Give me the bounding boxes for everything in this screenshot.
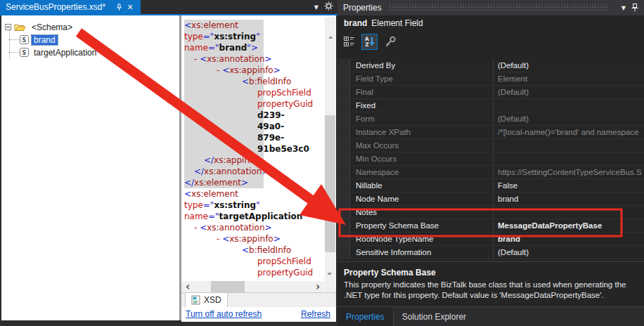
property-row[interactable]: Namespacehttps://SettingContentTypeServi… [337, 166, 644, 179]
description-text: .NET type for this property. Default val… [344, 290, 637, 301]
schema-tree-panel: <Schema> S brand S targe [1, 15, 179, 320]
property-value[interactable]: (Default) [494, 246, 644, 259]
code-line: - <xs:appinfo> [184, 233, 313, 244]
property-name: Field Type [350, 72, 494, 85]
code-line: 49a0- [184, 121, 313, 132]
horizontal-scrollbar[interactable]: ‹ › [181, 281, 324, 292]
tree-node-label[interactable]: targetApplication [32, 48, 98, 58]
categorized-view-button[interactable] [341, 34, 357, 50]
property-value[interactable]: (Default) [494, 59, 644, 72]
properties-grid: Derived By(Default)Field TypeElementFina… [337, 59, 644, 259]
property-row[interactable]: Final(Default) [337, 86, 644, 99]
document-tab[interactable]: ServiceBusProperties.xsd* × [0, 0, 141, 14]
code-line: - <xs:annotation> [184, 222, 313, 233]
xsd-file-icon [191, 295, 200, 305]
property-name: Nillable [350, 179, 494, 192]
row-gutter [337, 166, 350, 178]
property-row[interactable]: Property Schema BaseMessageDataPropertyB… [337, 219, 644, 233]
property-row[interactable]: Sensitive Information(Default) [337, 246, 644, 259]
property-value[interactable]: (Default) [494, 112, 644, 125]
property-value[interactable]: False [494, 179, 644, 192]
property-value[interactable]: brand [494, 233, 644, 245]
close-icon[interactable]: × [125, 2, 135, 12]
scroll-left-icon[interactable]: ‹ [183, 281, 193, 292]
svg-text:Z: Z [365, 41, 369, 47]
property-value[interactable]: /*[local-name()='brand' and namespace [494, 126, 644, 138]
property-value[interactable]: brand [494, 193, 644, 205]
scroll-right-icon[interactable]: › [313, 281, 323, 292]
row-gutter [337, 59, 350, 72]
property-value[interactable]: (Default) [494, 86, 644, 98]
tab-properties[interactable]: Properties [337, 307, 394, 326]
property-row[interactable]: Fixed [337, 99, 644, 112]
scroll-up-icon[interactable]: › [325, 32, 335, 43]
tree-connector [9, 39, 19, 40]
tree-node-label[interactable]: <Schema> [30, 22, 75, 32]
property-value[interactable] [494, 99, 644, 112]
property-name: Min Occurs [350, 152, 494, 165]
row-gutter [337, 219, 350, 232]
code-line: 91be5e3c0 [184, 143, 313, 155]
alphabetical-sort-button[interactable]: A Z [361, 34, 378, 50]
row-gutter [337, 112, 350, 125]
property-value[interactable] [494, 139, 644, 152]
property-row[interactable]: Max Occurs [337, 139, 644, 152]
chevron-down-icon[interactable]: ▼ [622, 5, 626, 11]
property-value[interactable] [494, 206, 644, 219]
tree-connector [9, 52, 19, 53]
collapse-expander-icon[interactable] [5, 24, 11, 30]
tree-node-target-application[interactable]: S targetApplication [20, 46, 98, 58]
property-name: Namespace [350, 166, 494, 178]
code-line: type="xs:string" [184, 200, 313, 211]
pin-icon[interactable] [631, 4, 638, 12]
pin-icon[interactable] [114, 2, 124, 12]
code-line: propSchField [184, 87, 313, 98]
xml-code-area: <xs:elementtype="xs:string"name="brand">… [181, 15, 324, 281]
refresh-link[interactable]: Refresh [301, 309, 330, 319]
tab-xsd-label: XSD [204, 295, 221, 305]
property-row[interactable]: NillableFalse [337, 179, 644, 193]
property-row[interactable]: Derived By(Default) [337, 59, 644, 72]
tree-node-brand[interactable]: S brand [20, 34, 58, 46]
property-name: Max Occurs [350, 139, 494, 152]
property-row[interactable]: Instance XPath/*[local-name()='brand' an… [337, 126, 644, 139]
scrollbar-thumb[interactable] [325, 115, 335, 252]
property-row[interactable]: Form(Default) [337, 112, 644, 126]
tab-xsd[interactable]: XSD [185, 293, 228, 308]
row-gutter [337, 139, 350, 152]
tree-node-schema[interactable]: <Schema> [5, 21, 75, 33]
code-line: 879e- [184, 132, 313, 143]
property-description-pane: Property Schema Base This property indic… [337, 262, 644, 306]
property-pages-key-icon[interactable] [382, 34, 398, 50]
vertical-scrollbar[interactable]: › › [325, 17, 335, 294]
property-value[interactable]: Element [494, 72, 644, 85]
scroll-down-icon[interactable]: › [325, 268, 335, 279]
xml-code-lines: <xs:elementtype="xs:string"name="brand">… [184, 20, 313, 278]
row-gutter [337, 126, 350, 138]
properties-title-bar[interactable]: Properties ▼ [337, 0, 644, 15]
property-name: RootNode TypeName [350, 233, 494, 245]
tab-solution-explorer[interactable]: Solution Explorer [394, 307, 475, 326]
property-row[interactable]: Notes [337, 206, 644, 219]
drag-grip-texture [389, 4, 609, 11]
property-row[interactable]: RootNode TypeNamebrand [337, 233, 644, 246]
row-gutter [337, 193, 350, 205]
scrollbar-thumb[interactable] [211, 281, 245, 292]
element-field-icon: S [20, 48, 29, 57]
code-line: type="xs:string" [184, 31, 313, 42]
svg-text:S: S [22, 37, 27, 44]
property-name: Form [350, 112, 494, 125]
property-row[interactable]: Field TypeElement [337, 72, 644, 86]
chevron-down-icon[interactable]: ▼ [314, 4, 318, 11]
code-line: <b:fieldInfo [184, 76, 313, 87]
turn-off-auto-refresh-link[interactable]: Turn off auto refresh [186, 309, 262, 319]
property-value[interactable]: MessageDataPropertyBase [494, 219, 644, 232]
property-value[interactable]: https://SettingContentTypeServiceBus.S [494, 166, 644, 178]
gear-icon[interactable] [324, 1, 333, 13]
property-row[interactable]: Min Occurs [337, 152, 644, 166]
property-value[interactable] [494, 152, 644, 165]
tree-node-label[interactable]: brand [32, 35, 58, 45]
property-name: Final [350, 86, 494, 98]
row-gutter [337, 179, 350, 192]
property-row[interactable]: Node Namebrand [337, 193, 644, 206]
